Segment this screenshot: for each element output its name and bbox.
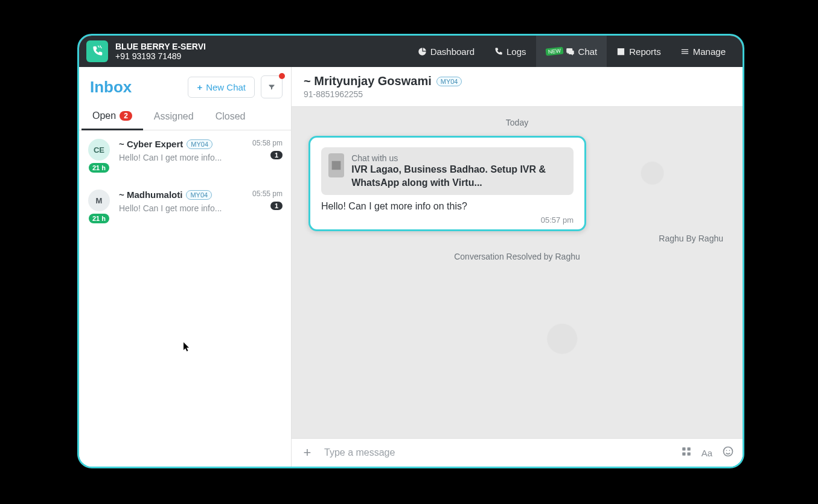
chat-header: ~ Mrityunjay Goswami MY04 91-8851962255 <box>292 67 743 107</box>
tag-pill: MY04 <box>186 190 212 200</box>
conversation-time: 05:55 pm <box>252 190 283 198</box>
inbox-tabs: Open 2 Assigned Closed <box>79 104 291 130</box>
nav-reports[interactable]: Reports <box>607 36 671 67</box>
body-split: Inbox + New Chat Open 2 Assigned <box>79 67 743 467</box>
notification-dot <box>279 73 285 79</box>
apps-icon[interactable] <box>681 446 692 459</box>
inbox-title: Inbox <box>90 78 182 97</box>
top-nav: Dashboard Logs NEW Chat Reports Manage <box>408 36 735 67</box>
tab-assigned[interactable]: Assigned <box>143 104 205 130</box>
reply-body: IVR Lagao, Business Badhao. Setup IVR & … <box>351 163 566 189</box>
attach-button[interactable]: + <box>300 445 315 461</box>
conversation-title: ~ Madhumaloti <box>119 190 182 200</box>
conversation-title: ~ Cyber Expert <box>119 139 183 149</box>
cursor-icon <box>183 342 190 352</box>
svg-point-6 <box>726 450 727 451</box>
message-input[interactable] <box>324 447 671 458</box>
unread-count: 1 <box>270 202 283 210</box>
resolved-line: Conversation Resolved by Raghu <box>308 252 726 261</box>
open-count-badge: 2 <box>120 111 132 121</box>
tab-open[interactable]: Open 2 <box>81 104 143 130</box>
unread-count: 1 <box>270 151 283 159</box>
svg-point-7 <box>729 450 730 451</box>
pie-chart-icon <box>418 47 427 56</box>
conversation-list: CE 21 h ~ Cyber Expert MY04 Hello! Can I… <box>79 130 291 467</box>
chat-contact-name: ~ Mrityunjay Goswami <box>304 74 432 88</box>
conversation-preview: Hello! Can I get more info... <box>119 203 246 213</box>
chat-contact-phone: 91-8851962255 <box>304 89 462 99</box>
avatar: M <box>88 190 110 211</box>
brand-name: BLUE BERRY E-SERVI <box>115 42 206 51</box>
assignment-line: Raghu By Raghu <box>311 234 723 243</box>
conversation-preview: Hello! Can I get more info... <box>119 153 246 162</box>
reply-header: Chat with us <box>351 153 566 163</box>
tab-closed[interactable]: Closed <box>205 104 257 130</box>
phone-ring-icon <box>91 45 103 57</box>
chat-body: Today Chat with us IVR Lagao, Business B… <box>292 107 743 438</box>
svg-point-5 <box>724 447 733 456</box>
incoming-message[interactable]: Chat with us IVR Lagao, Business Badhao.… <box>308 136 586 231</box>
sidebar: Inbox + New Chat Open 2 Assigned <box>79 67 292 467</box>
svg-rect-1 <box>682 447 685 450</box>
new-chat-button[interactable]: + New Chat <box>188 77 255 98</box>
date-separator: Today <box>308 118 726 127</box>
chat-contact-tag: MY04 <box>436 77 462 86</box>
app-frame: BLUE BERRY E-SERVI +91 93193 71489 Dashb… <box>77 34 744 468</box>
filter-button[interactable] <box>261 75 283 98</box>
text-format-button[interactable]: Aa <box>701 448 712 458</box>
age-pill: 21 h <box>89 214 109 223</box>
emoji-button[interactable] <box>722 445 734 460</box>
phone-icon <box>494 47 503 56</box>
svg-rect-3 <box>682 453 685 456</box>
message-time: 05:57 pm <box>321 215 574 225</box>
image-placeholder-icon <box>328 153 344 177</box>
nav-chat[interactable]: NEW Chat <box>536 36 607 67</box>
brand-logo <box>86 40 108 62</box>
filter-icon <box>267 83 276 91</box>
nav-dashboard[interactable]: Dashboard <box>408 36 484 67</box>
hamburger-icon <box>680 47 689 56</box>
svg-rect-4 <box>687 453 690 456</box>
conversation-item[interactable]: M 21 h ~ Madhumaloti MY04 Hello! Can I g… <box>79 181 291 232</box>
age-pill: 21 h <box>89 163 109 173</box>
reply-reference-card: Chat with us IVR Lagao, Business Badhao.… <box>321 147 574 195</box>
chat-main: ~ Mrityunjay Goswami MY04 91-8851962255 … <box>292 67 743 467</box>
avatar: CE <box>88 139 110 161</box>
nav-logs[interactable]: Logs <box>484 36 536 67</box>
new-badge: NEW <box>545 47 563 56</box>
chat-icon <box>566 47 575 56</box>
brand-phone: +91 93193 71489 <box>115 51 206 61</box>
plus-icon: + <box>197 82 202 92</box>
topbar: BLUE BERRY E-SERVI +91 93193 71489 Dashb… <box>79 36 743 67</box>
svg-point-0 <box>333 162 335 164</box>
message-text: Hello! Can I get more info on this? <box>321 201 574 212</box>
brand-block: BLUE BERRY E-SERVI +91 93193 71489 <box>115 42 206 61</box>
conversation-item[interactable]: CE 21 h ~ Cyber Expert MY04 Hello! Can I… <box>79 130 291 181</box>
message-composer: + Aa <box>292 438 743 467</box>
bar-chart-icon <box>616 47 625 56</box>
svg-rect-2 <box>687 447 690 450</box>
conversation-time: 05:58 pm <box>252 139 283 147</box>
inbox-header: Inbox + New Chat <box>79 67 291 104</box>
nav-manage[interactable]: Manage <box>671 36 735 67</box>
tag-pill: MY04 <box>187 139 212 149</box>
